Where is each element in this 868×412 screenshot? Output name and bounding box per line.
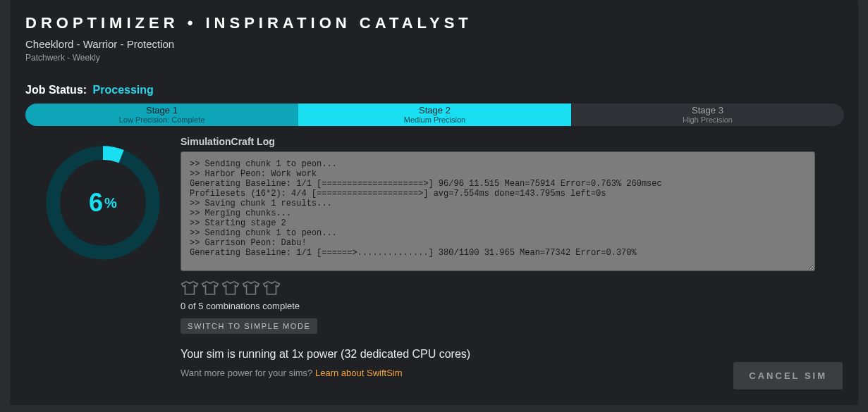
combo-icons: [181, 278, 844, 296]
job-status-label: Job Status:: [25, 84, 87, 96]
combo-progress-text: 0 of 5 combinations complete: [181, 301, 844, 311]
progress-ring: 6%: [43, 143, 163, 263]
log-heading: SimulationCraft Log: [181, 136, 844, 147]
sim-meta: Patchwerk - Weekly: [25, 53, 844, 63]
tshirt-icon: [181, 278, 199, 296]
character-subtitle: Cheeklord - Warrior - Protection: [25, 38, 844, 50]
log-output[interactable]: >> Sending chunk 1 to peon... >> Harbor …: [181, 151, 815, 271]
tshirt-icon: [262, 278, 281, 296]
job-status-row: Job Status: Processing: [25, 84, 844, 96]
stage-3-title: Stage 3: [571, 106, 844, 116]
tshirt-icon: [221, 278, 240, 296]
stage-bar: Stage 1 Low Precision: Complete Stage 2 …: [25, 104, 844, 126]
stage-2-sub: Medium Precision: [298, 116, 571, 124]
stage-1-title: Stage 1: [25, 106, 298, 116]
swiftsim-link[interactable]: Learn about SwiftSim: [315, 368, 403, 378]
sim-panel: DROPTIMIZER • INSPIRATION CATALYST Cheek…: [10, 0, 858, 405]
progress-number: 6: [89, 188, 103, 218]
progress-column: 6%: [25, 136, 181, 378]
page-title: DROPTIMIZER • INSPIRATION CATALYST: [25, 14, 844, 32]
stage-3: Stage 3 High Precision: [571, 104, 844, 126]
stage-2-title: Stage 2: [298, 106, 571, 116]
tshirt-icon: [242, 278, 260, 296]
progress-unit: %: [104, 195, 117, 211]
cancel-sim-button[interactable]: CANCEL SIM: [733, 362, 843, 389]
power-line: Your sim is running at 1x power (32 dedi…: [181, 348, 844, 361]
progress-label: 6%: [43, 143, 163, 263]
stage-2: Stage 2 Medium Precision: [298, 104, 571, 126]
switch-mode-button[interactable]: SWITCH TO SIMPLE MODE: [181, 318, 317, 334]
stage-1-sub: Low Precision: Complete: [25, 116, 298, 124]
stage-1: Stage 1 Low Precision: Complete: [25, 104, 298, 126]
stage-3-sub: High Precision: [571, 116, 844, 124]
job-status-value: Processing: [93, 84, 154, 96]
tshirt-icon: [201, 278, 219, 296]
more-power-prefix: Want more power for your sims?: [181, 368, 315, 378]
